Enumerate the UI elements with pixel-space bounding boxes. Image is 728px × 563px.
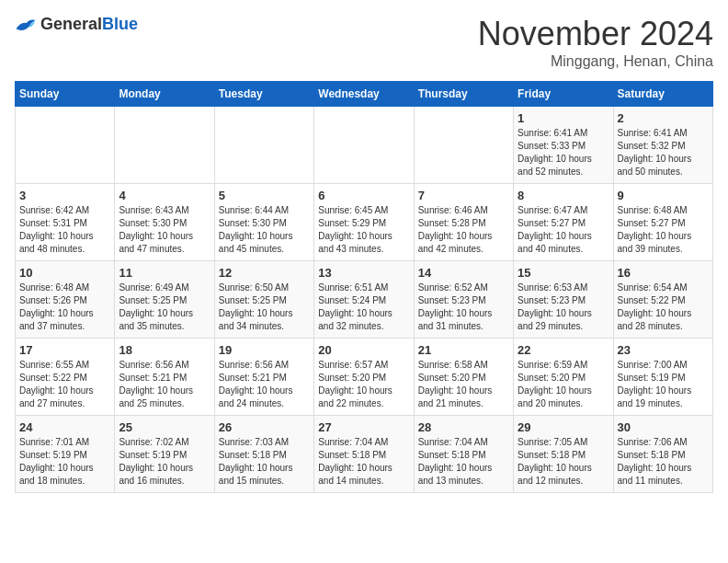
weekday-header: Thursday bbox=[414, 82, 513, 107]
calendar-cell: 20Sunrise: 6:57 AM Sunset: 5:20 PM Dayli… bbox=[314, 339, 414, 416]
day-info: Sunrise: 6:41 AM Sunset: 5:32 PM Dayligh… bbox=[618, 127, 709, 178]
day-info: Sunrise: 6:50 AM Sunset: 5:25 PM Dayligh… bbox=[219, 282, 310, 333]
day-number: 23 bbox=[618, 343, 709, 357]
calendar-cell: 15Sunrise: 6:53 AM Sunset: 5:23 PM Dayli… bbox=[514, 261, 613, 339]
day-number: 27 bbox=[318, 420, 409, 434]
calendar-cell: 11Sunrise: 6:49 AM Sunset: 5:25 PM Dayli… bbox=[115, 261, 214, 339]
calendar-cell: 18Sunrise: 6:56 AM Sunset: 5:21 PM Dayli… bbox=[115, 339, 214, 416]
day-number: 13 bbox=[318, 266, 409, 280]
calendar-cell: 10Sunrise: 6:48 AM Sunset: 5:26 PM Dayli… bbox=[16, 261, 115, 339]
title-block: November 2024 Minggang, Henan, China bbox=[478, 15, 713, 70]
day-info: Sunrise: 6:54 AM Sunset: 5:22 PM Dayligh… bbox=[618, 282, 709, 333]
calendar-cell: 30Sunrise: 7:06 AM Sunset: 5:18 PM Dayli… bbox=[613, 416, 712, 493]
day-number: 22 bbox=[518, 343, 609, 357]
day-info: Sunrise: 6:46 AM Sunset: 5:28 PM Dayligh… bbox=[418, 204, 509, 256]
calendar-cell: 13Sunrise: 6:51 AM Sunset: 5:24 PM Dayli… bbox=[314, 261, 414, 339]
day-number: 24 bbox=[19, 420, 110, 434]
weekday-header-row: SundayMondayTuesdayWednesdayThursdayFrid… bbox=[16, 82, 713, 107]
calendar-cell bbox=[314, 107, 414, 184]
day-info: Sunrise: 6:56 AM Sunset: 5:21 PM Dayligh… bbox=[119, 359, 210, 410]
day-info: Sunrise: 6:56 AM Sunset: 5:21 PM Dayligh… bbox=[219, 359, 310, 410]
calendar-cell: 17Sunrise: 6:55 AM Sunset: 5:22 PM Dayli… bbox=[16, 339, 115, 416]
calendar-cell: 3Sunrise: 6:42 AM Sunset: 5:31 PM Daylig… bbox=[16, 184, 115, 261]
day-number: 26 bbox=[219, 420, 310, 434]
calendar-cell: 26Sunrise: 7:03 AM Sunset: 5:18 PM Dayli… bbox=[214, 416, 313, 493]
day-number: 20 bbox=[318, 343, 409, 357]
calendar-cell: 14Sunrise: 6:52 AM Sunset: 5:23 PM Dayli… bbox=[414, 261, 513, 339]
logo-bird-icon bbox=[15, 16, 37, 34]
day-info: Sunrise: 6:53 AM Sunset: 5:23 PM Dayligh… bbox=[518, 282, 609, 333]
day-number: 14 bbox=[418, 266, 509, 280]
page-header: GeneralBlue November 2024 Minggang, Hena… bbox=[15, 15, 713, 70]
calendar-cell: 23Sunrise: 7:00 AM Sunset: 5:19 PM Dayli… bbox=[613, 339, 712, 416]
calendar-week-row: 3Sunrise: 6:42 AM Sunset: 5:31 PM Daylig… bbox=[16, 184, 713, 261]
day-info: Sunrise: 6:42 AM Sunset: 5:31 PM Dayligh… bbox=[19, 204, 110, 256]
day-number: 4 bbox=[119, 189, 210, 202]
calendar-cell: 28Sunrise: 7:04 AM Sunset: 5:18 PM Dayli… bbox=[414, 416, 513, 493]
weekday-header: Wednesday bbox=[314, 82, 414, 107]
calendar-cell: 16Sunrise: 6:54 AM Sunset: 5:22 PM Dayli… bbox=[613, 261, 712, 339]
day-info: Sunrise: 6:47 AM Sunset: 5:27 PM Dayligh… bbox=[518, 204, 609, 256]
day-info: Sunrise: 7:04 AM Sunset: 5:18 PM Dayligh… bbox=[418, 436, 509, 488]
day-number: 7 bbox=[418, 189, 509, 202]
day-number: 10 bbox=[19, 266, 110, 280]
calendar-cell bbox=[414, 107, 513, 184]
day-info: Sunrise: 7:00 AM Sunset: 5:19 PM Dayligh… bbox=[618, 359, 709, 410]
day-info: Sunrise: 6:49 AM Sunset: 5:25 PM Dayligh… bbox=[119, 282, 210, 333]
day-number: 9 bbox=[618, 189, 709, 202]
logo-text: GeneralBlue bbox=[40, 15, 138, 34]
calendar-cell bbox=[16, 107, 115, 184]
calendar-cell: 21Sunrise: 6:58 AM Sunset: 5:20 PM Dayli… bbox=[414, 339, 513, 416]
calendar-week-row: 17Sunrise: 6:55 AM Sunset: 5:22 PM Dayli… bbox=[16, 339, 713, 416]
day-number: 19 bbox=[219, 343, 310, 357]
calendar-cell bbox=[115, 107, 214, 184]
calendar-cell: 12Sunrise: 6:50 AM Sunset: 5:25 PM Dayli… bbox=[214, 261, 313, 339]
calendar-cell: 6Sunrise: 6:45 AM Sunset: 5:29 PM Daylig… bbox=[314, 184, 414, 261]
weekday-header: Friday bbox=[514, 82, 613, 107]
day-info: Sunrise: 7:02 AM Sunset: 5:19 PM Dayligh… bbox=[119, 436, 210, 488]
calendar-cell: 8Sunrise: 6:47 AM Sunset: 5:27 PM Daylig… bbox=[514, 184, 613, 261]
day-info: Sunrise: 6:48 AM Sunset: 5:27 PM Dayligh… bbox=[618, 204, 709, 256]
month-title: November 2024 bbox=[478, 15, 713, 53]
calendar-cell: 4Sunrise: 6:43 AM Sunset: 5:30 PM Daylig… bbox=[115, 184, 214, 261]
day-number: 17 bbox=[19, 343, 110, 357]
calendar-cell: 7Sunrise: 6:46 AM Sunset: 5:28 PM Daylig… bbox=[414, 184, 513, 261]
day-number: 11 bbox=[119, 266, 210, 280]
calendar-cell: 24Sunrise: 7:01 AM Sunset: 5:19 PM Dayli… bbox=[16, 416, 115, 493]
day-info: Sunrise: 6:41 AM Sunset: 5:33 PM Dayligh… bbox=[518, 127, 609, 178]
calendar-cell: 29Sunrise: 7:05 AM Sunset: 5:18 PM Dayli… bbox=[514, 416, 613, 493]
day-number: 21 bbox=[418, 343, 509, 357]
day-info: Sunrise: 7:04 AM Sunset: 5:18 PM Dayligh… bbox=[318, 436, 409, 488]
day-number: 5 bbox=[219, 189, 310, 202]
day-info: Sunrise: 6:58 AM Sunset: 5:20 PM Dayligh… bbox=[418, 359, 509, 410]
calendar-week-row: 24Sunrise: 7:01 AM Sunset: 5:19 PM Dayli… bbox=[16, 416, 713, 493]
day-number: 28 bbox=[418, 420, 509, 434]
calendar-cell: 25Sunrise: 7:02 AM Sunset: 5:19 PM Dayli… bbox=[115, 416, 214, 493]
weekday-header: Sunday bbox=[16, 82, 115, 107]
day-number: 18 bbox=[119, 343, 210, 357]
day-number: 25 bbox=[119, 420, 210, 434]
day-number: 3 bbox=[19, 189, 110, 202]
day-number: 6 bbox=[318, 189, 409, 202]
day-info: Sunrise: 7:03 AM Sunset: 5:18 PM Dayligh… bbox=[219, 436, 310, 488]
calendar-cell: 5Sunrise: 6:44 AM Sunset: 5:30 PM Daylig… bbox=[214, 184, 313, 261]
calendar-cell: 22Sunrise: 6:59 AM Sunset: 5:20 PM Dayli… bbox=[514, 339, 613, 416]
day-info: Sunrise: 7:06 AM Sunset: 5:18 PM Dayligh… bbox=[618, 436, 709, 488]
day-info: Sunrise: 6:48 AM Sunset: 5:26 PM Dayligh… bbox=[19, 282, 110, 333]
weekday-header: Saturday bbox=[613, 82, 712, 107]
day-number: 1 bbox=[518, 111, 609, 125]
weekday-header: Monday bbox=[115, 82, 214, 107]
calendar-table: SundayMondayTuesdayWednesdayThursdayFrid… bbox=[15, 81, 713, 493]
day-number: 15 bbox=[518, 266, 609, 280]
calendar-cell: 2Sunrise: 6:41 AM Sunset: 5:32 PM Daylig… bbox=[613, 107, 712, 184]
day-number: 12 bbox=[219, 266, 310, 280]
day-info: Sunrise: 6:43 AM Sunset: 5:30 PM Dayligh… bbox=[119, 204, 210, 256]
day-info: Sunrise: 6:45 AM Sunset: 5:29 PM Dayligh… bbox=[318, 204, 409, 256]
day-info: Sunrise: 6:57 AM Sunset: 5:20 PM Dayligh… bbox=[318, 359, 409, 410]
day-number: 30 bbox=[618, 420, 709, 434]
calendar-cell: 27Sunrise: 7:04 AM Sunset: 5:18 PM Dayli… bbox=[314, 416, 414, 493]
day-number: 29 bbox=[518, 420, 609, 434]
day-info: Sunrise: 7:05 AM Sunset: 5:18 PM Dayligh… bbox=[518, 436, 609, 488]
logo: GeneralBlue bbox=[15, 15, 138, 34]
calendar-cell: 9Sunrise: 6:48 AM Sunset: 5:27 PM Daylig… bbox=[613, 184, 712, 261]
